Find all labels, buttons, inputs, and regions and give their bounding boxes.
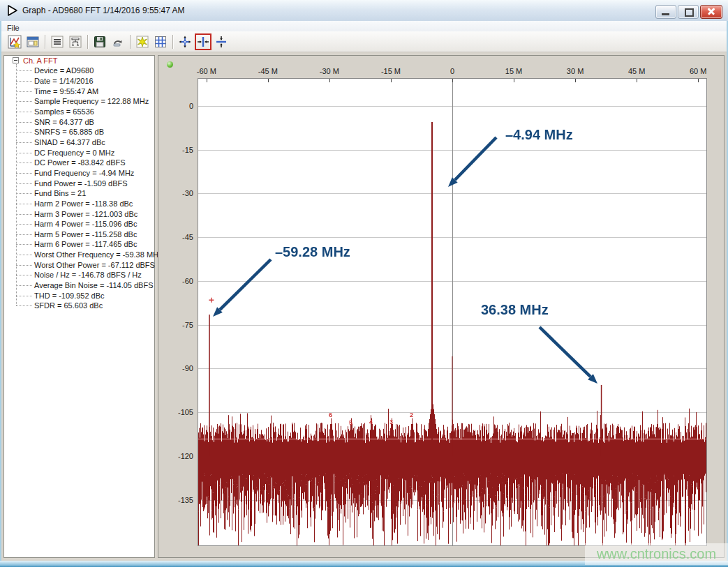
close-button[interactable] bbox=[700, 5, 722, 19]
y-tick-label: -90 bbox=[164, 363, 193, 373]
watermark: www.cntronics.com bbox=[585, 543, 728, 565]
tree-connector-line bbox=[16, 244, 32, 245]
tree-connector-line bbox=[16, 162, 32, 163]
tree-item[interactable]: Sample Frequency = 122.88 MHz bbox=[34, 96, 149, 106]
tree-connector-line bbox=[16, 265, 32, 266]
minimize-button[interactable] bbox=[655, 5, 676, 19]
window-icon bbox=[26, 35, 40, 49]
tree-connector-line bbox=[16, 132, 32, 133]
tree-item[interactable]: Harm 4 Power = -115.096 dBc bbox=[34, 219, 137, 229]
harmonic-marker-label: 3 bbox=[389, 418, 393, 425]
y-tick-label: -120 bbox=[164, 451, 193, 461]
harmonic-marker-label: 5 bbox=[349, 419, 352, 426]
fft-results-tree: Ch. A FFTDevice = AD9680Date = 1/14/2016… bbox=[3, 55, 155, 558]
grid-icon bbox=[154, 35, 168, 49]
tree-item[interactable]: Noise / Hz = -146.78 dBFS / Hz bbox=[34, 270, 142, 280]
tree-item[interactable]: Fund Bins = 21 bbox=[34, 188, 86, 198]
tree-view-icon bbox=[68, 35, 82, 49]
x-tick-label: -30 M bbox=[310, 67, 349, 75]
tree-connector-line bbox=[16, 64, 17, 305]
toolbar-separator bbox=[130, 35, 131, 49]
x-tick-label: -15 M bbox=[371, 67, 410, 75]
text-report-button[interactable] bbox=[50, 34, 65, 50]
tree-item[interactable]: DC Power = -83.842 dBFS bbox=[34, 158, 126, 167]
graph-image-button[interactable] bbox=[7, 34, 22, 50]
save-icon bbox=[93, 35, 107, 49]
tree-item[interactable]: Date = 1/14/2016 bbox=[34, 76, 94, 86]
tree-connector-line bbox=[16, 204, 32, 204]
tree-item[interactable]: Harm 3 Power = -121.003 dBc bbox=[34, 209, 138, 219]
tree-connector-line bbox=[16, 101, 32, 102]
y-tick-label: -60 bbox=[164, 276, 193, 286]
y-tick-label: -15 bbox=[164, 145, 193, 155]
tree-item[interactable]: SNRFS = 65.885 dB bbox=[34, 127, 104, 137]
tree-item[interactable]: Samples = 65536 bbox=[34, 107, 94, 116]
toggle-grid-button[interactable] bbox=[153, 34, 168, 50]
export-button[interactable] bbox=[110, 34, 126, 50]
harmonic-marker-label: 2 bbox=[410, 411, 413, 418]
status-indicator-icon bbox=[167, 61, 173, 68]
y-tick-label: -105 bbox=[164, 407, 193, 417]
window-title: Graph - AD9680 FFT 1/14/2016 9:55:47 AM bbox=[22, 0, 185, 21]
x-tick-label: 45 M bbox=[617, 67, 656, 75]
new-trace-button[interactable] bbox=[135, 34, 150, 50]
title-bar[interactable]: Graph - AD9680 FFT 1/14/2016 9:55:47 AM bbox=[0, 0, 728, 22]
autoscale-icon bbox=[178, 35, 192, 49]
autoscale-button[interactable] bbox=[177, 34, 193, 50]
tree-item[interactable]: Average Bin Noise = -114.05 dBFS bbox=[34, 280, 154, 290]
tree-item[interactable]: SFDR = 65.603 dBc bbox=[34, 301, 103, 310]
tree-item[interactable]: DC Frequency = 0 MHz bbox=[34, 148, 114, 158]
window-view-button[interactable] bbox=[25, 34, 40, 50]
tree-item[interactable]: Worst Other Power = -67.112 dBFS bbox=[34, 260, 155, 270]
fit-vertical-button[interactable] bbox=[214, 34, 229, 50]
save-button[interactable] bbox=[92, 34, 107, 50]
annotation-label: –59.28 MHz bbox=[275, 244, 350, 260]
x-tick-label: -60 M bbox=[187, 67, 226, 75]
tree-connector-line bbox=[16, 142, 32, 143]
tree-connector-line bbox=[16, 122, 32, 123]
y-tick-label: 0 bbox=[164, 101, 193, 111]
x-tick-label: 15 M bbox=[494, 67, 533, 75]
tree-item[interactable]: SINAD = 64.377 dBc bbox=[34, 137, 105, 147]
tree-item[interactable]: Harm 2 Power = -118.38 dBc bbox=[34, 199, 133, 209]
window-controls bbox=[655, 5, 722, 19]
tree-connector-line bbox=[16, 81, 32, 82]
tree-connector-line bbox=[16, 70, 32, 71]
tree-expander[interactable] bbox=[13, 57, 19, 63]
x-tick-label: 60 M bbox=[678, 67, 718, 75]
tree-root-label[interactable]: Ch. A FFT bbox=[23, 56, 58, 66]
tree-item[interactable]: Time = 9:55:47 AM bbox=[34, 86, 98, 96]
minimize-icon bbox=[662, 13, 669, 15]
toolbar-buttons bbox=[7, 33, 232, 50]
tree-item[interactable]: Harm 5 Power = -115.258 dBc bbox=[34, 229, 137, 239]
toolbar bbox=[1, 31, 727, 52]
x-tick-label: 0 bbox=[433, 67, 472, 75]
tree-item[interactable]: Harm 6 Power = -117.465 dBc bbox=[34, 239, 137, 249]
harmonic-marker-label: 4 bbox=[369, 418, 373, 425]
tree-connector-line bbox=[16, 305, 32, 306]
tree-item[interactable]: SNR = 64.377 dB bbox=[34, 117, 94, 127]
tree-connector-line bbox=[16, 153, 32, 153]
tree-item[interactable]: Fund Frequency = -4.94 MHz bbox=[34, 168, 134, 178]
annotation-label: –4.94 MHz bbox=[505, 127, 573, 143]
fft-plot-canvas[interactable] bbox=[198, 79, 706, 545]
fft-chart-panel: -60 M-45 M-30 M-15 M015 M30 M45 M60 M 0-… bbox=[158, 55, 725, 558]
tree-item[interactable]: Device = AD9680 bbox=[34, 66, 94, 75]
list-icon bbox=[50, 35, 64, 49]
fft-plot-area: 23456–4.94 MHz–59.28 MHz36.38 MHz bbox=[198, 78, 707, 546]
tree-view-button[interactable] bbox=[68, 34, 83, 50]
tree-connector-line bbox=[16, 112, 32, 112]
fit-horizontal-button[interactable] bbox=[195, 34, 211, 50]
tree-connector-line bbox=[16, 285, 32, 286]
maximize-icon bbox=[685, 8, 694, 17]
tree-item[interactable]: Fund Power = -1.509 dBFS bbox=[34, 179, 128, 188]
maximize-button[interactable] bbox=[678, 5, 699, 19]
tree-connector-line bbox=[16, 296, 32, 296]
tree-item[interactable]: THD = -109.952 dBc bbox=[34, 291, 105, 301]
tree-connector-line bbox=[16, 255, 32, 255]
y-tick-label: -30 bbox=[164, 188, 193, 198]
tree-connector-line bbox=[16, 224, 32, 225]
graph-image-icon bbox=[8, 35, 22, 49]
tree-item[interactable]: Worst Other Frequency = -59.38 MHz bbox=[34, 250, 163, 259]
window-frame-left bbox=[0, 21, 1, 561]
